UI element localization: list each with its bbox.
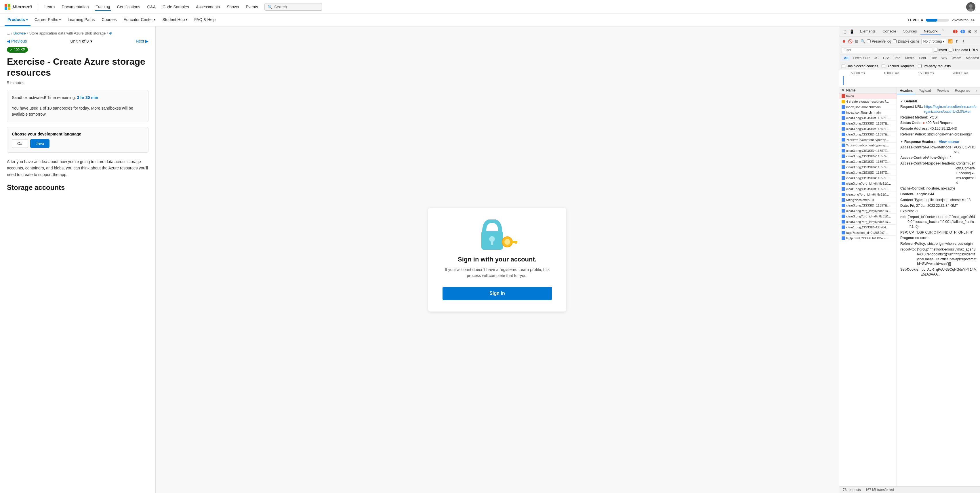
dt-req-item-11[interactable]: clear3.png;CIS3SID=11357E... <box>839 159 897 165</box>
sec-nav-courses[interactable]: Courses <box>99 14 119 26</box>
nav-certifications[interactable]: Certifications <box>116 3 141 10</box>
dt-req-item-14[interactable]: clear3.png;CIS3SID=11357E... <box>839 175 897 181</box>
dt-req-item-21[interactable]: clear3.png?org_id=y6jn8c31&... <box>839 214 897 219</box>
dt-detail-more[interactable]: » <box>973 87 980 94</box>
dt-tab-network[interactable]: Network <box>920 28 941 35</box>
sec-nav-student-hub[interactable]: Student Hub ▾ <box>159 14 190 26</box>
ftype-ws[interactable]: WS <box>939 56 949 61</box>
hide-data-urls-checkbox[interactable] <box>949 48 952 52</box>
dt-tab-elements[interactable]: Elements <box>857 28 879 35</box>
dt-detail-tab-headers[interactable]: Headers <box>897 87 916 94</box>
ms-logo[interactable]: Microsoft <box>5 4 32 10</box>
ftype-font[interactable]: Font <box>917 56 928 61</box>
next-button[interactable]: Next ▶ <box>136 39 148 43</box>
dt-req-item-0[interactable]: 4-create-storage-resources?... <box>839 99 897 104</box>
sec-nav-faq[interactable]: FAQ & Help <box>191 14 218 26</box>
blocked-requests-label[interactable]: Blocked Requests <box>881 64 915 68</box>
disable-cache-label[interactable]: Disable cache <box>893 40 919 43</box>
breadcrumb-add-icon[interactable]: ⊕ <box>109 31 112 35</box>
unit-label[interactable]: Unit 4 of 8 ▾ <box>70 39 92 43</box>
dt-req-item-1[interactable]: index.json?branch=main <box>839 104 897 110</box>
dt-warning-badge[interactable]: 9 <box>960 29 965 34</box>
dt-req-item-20[interactable]: clear3.png?org_id=y6jn8c31&... <box>839 208 897 214</box>
has-blocked-cookies-checkbox[interactable] <box>842 64 845 68</box>
invert-checkbox[interactable] <box>934 48 937 52</box>
dt-network-icon[interactable]: 📶 <box>948 39 953 44</box>
view-source-link[interactable]: View source <box>939 140 959 144</box>
nav-learn[interactable]: Learn <box>44 3 56 10</box>
dt-export-icon[interactable]: ⬇ <box>961 39 965 44</box>
dt-req-item-10[interactable]: clear3.png;CIS3SID=11357E... <box>839 154 897 159</box>
invert-label[interactable]: Invert <box>934 48 947 52</box>
nav-code-samples[interactable]: Code Samples <box>162 3 189 10</box>
nav-training[interactable]: Training <box>95 3 110 11</box>
dt-req-item-15[interactable]: clear3.png?org_id=y6jn8c31&... <box>839 181 897 186</box>
blocked-requests-checkbox[interactable] <box>881 64 885 68</box>
dt-tab-sources[interactable]: Sources <box>900 28 920 35</box>
sec-nav-career-paths[interactable]: Career Paths ▾ <box>32 14 64 26</box>
dt-error-badge[interactable]: 1 <box>953 29 958 34</box>
dt-req-item-3[interactable]: clear3.png;CIS3SID=11357E... <box>839 115 897 121</box>
nav-events[interactable]: Events <box>245 3 259 10</box>
third-party-requests-label[interactable]: 3rd-party requests <box>918 64 951 68</box>
nav-shows[interactable]: Shows <box>226 3 239 10</box>
dt-req-item-6[interactable]: clear3.png;CIS3SID=11357E... <box>839 132 897 137</box>
dt-req-item-2[interactable]: index.json?branch=main <box>839 110 897 115</box>
search-input[interactable] <box>274 5 319 9</box>
dt-req-item-12[interactable]: clear3.png;CIS3SID=11357E... <box>839 165 897 170</box>
dt-req-item-25[interactable]: ls_fp.html;CIS3SID=11357E... <box>839 235 897 241</box>
breadcrumb-browse[interactable]: Browse <box>13 31 25 35</box>
dt-req-item-5[interactable]: clear3.png;CIS3SID=11357E... <box>839 126 897 132</box>
sec-nav-educator[interactable]: Educator Center ▾ <box>121 14 159 26</box>
ftype-media[interactable]: Media <box>903 56 917 61</box>
dt-tab-console[interactable]: Console <box>879 28 900 35</box>
dt-req-item-19[interactable]: clear3.png;CIS3SID=11357E... <box>839 203 897 208</box>
third-party-requests-checkbox[interactable] <box>918 64 921 68</box>
dt-req-item-24[interactable]: tags?session_id=2e2652c7-... <box>839 230 897 235</box>
sec-nav-learning-paths[interactable]: Learning Paths <box>65 14 97 26</box>
dt-req-item-23[interactable]: clear1.png;CIS3SID=CBF04... <box>839 225 897 230</box>
ftype-wasm[interactable]: Wasm <box>949 56 964 61</box>
ftype-all[interactable]: All <box>842 56 851 61</box>
search-box[interactable]: 🔍 <box>264 3 322 11</box>
hide-data-urls-label[interactable]: Hide data URLs <box>949 48 978 52</box>
dt-detail-tab-payload[interactable]: Payload <box>916 87 934 94</box>
dt-req-item-4[interactable]: clear3.png;CIS3SID=11357E... <box>839 121 897 126</box>
preserve-log-checkbox[interactable] <box>867 40 871 43</box>
dt-req-item-22[interactable]: clear3.png?org_id=y6jn8c31&... <box>839 219 897 225</box>
dt-detail-tab-preview[interactable]: Preview <box>934 87 952 94</box>
dt-search-icon[interactable]: 🔍 <box>861 39 865 44</box>
close-devtools-icon[interactable]: ✕ <box>974 29 978 34</box>
dt-req-item-7[interactable]: ?cors=true&content-type=ap... <box>839 137 897 143</box>
throttling-dropdown[interactable]: No throttling ▾ <box>921 39 947 44</box>
signin-button[interactable]: Sign in <box>442 287 552 300</box>
has-blocked-cookies-label[interactable]: Has blocked cookies <box>842 64 878 68</box>
dt-req-close-icon[interactable]: ✕ <box>842 88 845 92</box>
ftype-doc[interactable]: Doc <box>928 56 939 61</box>
breadcrumb-dots[interactable]: ... <box>7 31 10 35</box>
nav-qa[interactable]: Q&A <box>146 3 156 10</box>
dt-device-icon[interactable]: 📱 <box>849 29 854 34</box>
dt-detail-tab-response[interactable]: Response <box>952 87 973 94</box>
dt-req-item-9[interactable]: clear3.png;CIS3SID=11357E... <box>839 148 897 154</box>
dt-req-item-16[interactable]: clear1.png;CIS3SID=11357E... <box>839 186 897 192</box>
lang-java[interactable]: Java <box>30 139 50 148</box>
disable-cache-checkbox[interactable] <box>893 40 897 43</box>
dt-clear-icon[interactable]: 🚫 <box>848 39 853 44</box>
ftype-css[interactable]: CSS <box>881 56 892 61</box>
dt-more-tabs[interactable]: » <box>941 28 945 35</box>
preserve-log-label[interactable]: Preserve log <box>867 40 891 43</box>
nav-documentation[interactable]: Documentation <box>61 3 89 10</box>
avatar[interactable] <box>966 2 975 11</box>
filter-input[interactable] <box>842 47 932 53</box>
dt-req-item-8[interactable]: ?cors=true&content-type=ap... <box>839 143 897 148</box>
dt-req-item-13[interactable]: clear3.png;CIS3SID=11357E... <box>839 170 897 175</box>
ftype-fetch-xhr[interactable]: Fetch/XHR <box>851 56 872 61</box>
ftype-js[interactable]: JS <box>872 56 881 61</box>
dt-import-icon[interactable]: ⬆ <box>955 39 959 44</box>
prev-button[interactable]: ◀ Previous <box>7 39 27 43</box>
ftype-manifest[interactable]: Manifest <box>964 56 980 61</box>
dt-req-item-18[interactable]: rating?locale=en-us <box>839 197 897 203</box>
dt-inspect-icon[interactable]: ⬚ <box>842 29 847 34</box>
dt-record-icon[interactable]: ⏺ <box>842 39 846 44</box>
